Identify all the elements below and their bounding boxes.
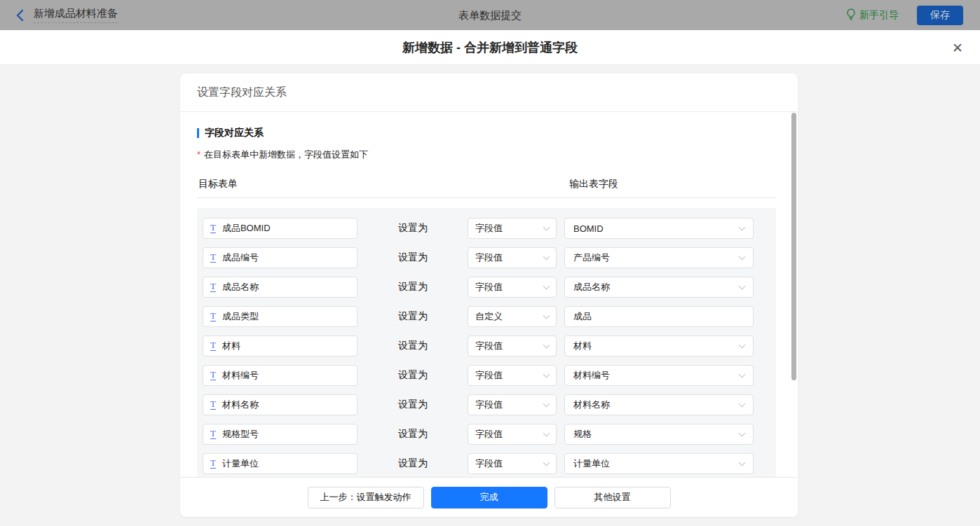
target-field-label: 规格型号 [222, 428, 350, 441]
chevron-down-icon [739, 400, 746, 407]
chevron-down-icon [739, 371, 746, 378]
table-row: T 材料 设置为 字段值 材料 [197, 335, 776, 357]
set-as-label: 设置为 [398, 340, 428, 352]
previous-step-button[interactable]: 上一步：设置触发动作 [308, 487, 424, 508]
mode-select[interactable]: 自定义 [468, 306, 557, 327]
chevron-down-icon [739, 341, 746, 348]
target-field-input[interactable]: T 成品名称 [203, 277, 358, 298]
table-row: T 计量单位 设置为 字段值 计量单位 [197, 453, 776, 474]
chevron-down-icon [543, 371, 550, 378]
table-row: T 规格型号 设置为 字段值 规格 [197, 424, 776, 445]
target-field-input[interactable]: T 成品编号 [203, 247, 358, 268]
set-as-label: 设置为 [398, 369, 428, 382]
other-settings-button[interactable]: 其他设置 [554, 487, 671, 508]
mode-select-value: 字段值 [475, 222, 544, 235]
save-button[interactable]: 保存 [917, 6, 963, 25]
value-select[interactable]: 材料编号 [564, 365, 754, 386]
chevron-down-icon [739, 429, 746, 436]
value-select-value: 材料 [573, 340, 740, 352]
mode-select-value: 字段值 [475, 340, 544, 352]
value-select-value: 产品编号 [573, 251, 740, 264]
beginner-guide-label: 新手引导 [859, 9, 899, 22]
value-select[interactable]: 材料 [564, 335, 754, 357]
chevron-down-icon [543, 459, 550, 466]
dialog-header: 新增数据 - 合并新增到普通字段 ✕ [0, 30, 980, 65]
mode-select-value: 字段值 [475, 281, 544, 293]
dialog-title: 新增数据 - 合并新增到普通字段 [402, 39, 578, 56]
table-row: T 成品名称 设置为 字段值 成品名称 [197, 277, 776, 298]
text-field-icon: T [210, 341, 216, 351]
mode-select-value: 字段值 [475, 399, 544, 411]
table-row: T 材料名称 设置为 字段值 材料名称 [197, 394, 776, 415]
mode-select-value: 字段值 [475, 251, 544, 264]
lightbulb-icon [846, 8, 856, 22]
mode-select[interactable]: 字段值 [468, 247, 557, 268]
chevron-down-icon [543, 400, 550, 407]
set-as-label: 设置为 [398, 399, 428, 411]
card-body: 字段对应关系 * 在目标表单中新增数据，字段值设置如下 目标表单 输出表字段 T… [180, 112, 798, 477]
vertical-scrollbar-thumb[interactable] [791, 113, 796, 380]
text-field-icon: T [210, 459, 216, 469]
section-title: 字段对应关系 [205, 127, 264, 139]
set-as-label: 设置为 [398, 457, 428, 470]
value-select[interactable]: 计量单位 [564, 453, 754, 474]
set-as-label: 设置为 [398, 428, 428, 441]
mode-select[interactable]: 字段值 [468, 335, 557, 357]
target-field-label: 成品BOMID [222, 222, 350, 235]
mode-select[interactable]: 字段值 [468, 365, 557, 386]
topbar: 新增成品材料准备 表单数据提交 新手引导 保存 [0, 0, 980, 30]
table-row: T 成品BOMID 设置为 字段值 BOMID [197, 218, 776, 239]
card-header-title: 设置字段对应关系 [180, 74, 798, 112]
topbar-center-title: 表单数据提交 [458, 8, 522, 22]
target-field-label: 材料名称 [222, 399, 350, 411]
text-field-icon: T [210, 282, 216, 292]
set-as-label: 设置为 [398, 222, 428, 235]
value-select[interactable]: 成品名称 [564, 277, 754, 298]
beginner-guide-link[interactable]: 新手引导 [846, 8, 899, 22]
set-as-label: 设置为 [398, 251, 428, 264]
mode-select[interactable]: 字段值 [468, 394, 557, 415]
text-field-icon: T [210, 223, 216, 233]
value-select[interactable]: BOMID [564, 218, 754, 239]
target-field-label: 成品编号 [222, 251, 350, 264]
target-field-input[interactable]: T 材料编号 [203, 365, 358, 386]
column-header-output-fields: 输出表字段 [569, 178, 618, 191]
target-field-label: 材料 [222, 340, 350, 352]
text-field-icon: T [210, 312, 216, 321]
mode-select[interactable]: 字段值 [468, 277, 557, 298]
mode-select[interactable]: 字段值 [468, 218, 557, 239]
chevron-down-icon [543, 429, 550, 436]
target-field-label: 材料编号 [222, 369, 350, 382]
target-field-label: 成品名称 [222, 281, 350, 293]
back-chevron-icon[interactable] [15, 9, 24, 22]
value-select[interactable]: 规格 [564, 424, 754, 445]
mode-select[interactable]: 字段值 [468, 424, 557, 445]
value-select-value: 材料编号 [573, 369, 740, 382]
chevron-down-icon [543, 223, 550, 230]
mode-select[interactable]: 字段值 [468, 453, 557, 474]
column-header-target-form: 目标表单 [198, 178, 238, 191]
finish-button[interactable]: 完成 [431, 487, 547, 508]
value-select-value: 材料名称 [573, 399, 740, 411]
value-select-value: 计量单位 [573, 457, 740, 470]
target-field-input[interactable]: T 规格型号 [203, 424, 358, 445]
target-field-input[interactable]: T 成品BOMID [203, 218, 358, 239]
value-select[interactable]: 产品编号 [564, 247, 754, 268]
target-field-input[interactable]: T 材料名称 [203, 394, 358, 415]
target-field-input[interactable]: T 计量单位 [203, 453, 358, 474]
set-as-label: 设置为 [398, 310, 428, 323]
target-field-input[interactable]: T 成品类型 [203, 306, 358, 327]
mode-select-value: 自定义 [475, 310, 544, 323]
target-field-input[interactable]: T 材料 [203, 335, 358, 357]
value-select[interactable]: 材料名称 [564, 394, 754, 415]
close-icon[interactable]: ✕ [952, 41, 963, 54]
section-description: 在目标表单中新增数据，字段值设置如下 [204, 148, 368, 161]
chevron-down-icon [739, 253, 746, 260]
field-mapping-list: T 成品BOMID 设置为 字段值 BOMID T 成品编号 [197, 208, 776, 477]
workflow-name[interactable]: 新增成品材料准备 [34, 7, 118, 23]
chevron-down-icon [739, 459, 746, 466]
set-as-label: 设置为 [398, 281, 428, 293]
section-accent-bar [197, 128, 199, 138]
custom-value-input[interactable]: 成品 [564, 306, 754, 327]
card-footer: 上一步：设置触发动作 完成 其他设置 [180, 477, 798, 517]
